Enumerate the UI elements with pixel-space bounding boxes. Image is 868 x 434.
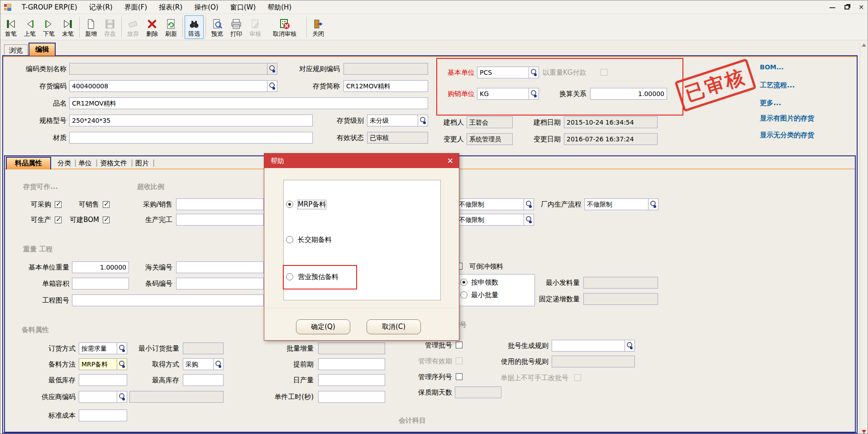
lot-rule-field[interactable] — [552, 340, 635, 352]
lookup-icon[interactable] — [267, 63, 277, 74]
acquire-mode-field[interactable]: 采购 — [183, 358, 224, 370]
min-stock-field[interactable] — [79, 374, 127, 386]
lookup-icon[interactable] — [117, 359, 127, 370]
limit-field-1[interactable]: 不做限制 — [456, 198, 534, 210]
lookup-icon[interactable] — [529, 67, 539, 78]
manage-lot-checkbox[interactable] — [456, 342, 463, 348]
tab-item-attributes[interactable]: 料品属性 — [6, 157, 51, 169]
mrp-prep-option-label[interactable]: MRP备料 — [298, 200, 326, 209]
bomable-checkbox[interactable] — [103, 217, 110, 223]
lookup-icon[interactable] — [213, 359, 223, 370]
long-lead-prep-option-label[interactable]: 长交期备料 — [298, 236, 332, 244]
cancel-audit-button[interactable]: 取消审核 — [265, 15, 305, 39]
mrp-prep-radio[interactable] — [286, 201, 293, 208]
lookup-icon[interactable] — [524, 214, 534, 225]
scroll-down-icon[interactable] — [862, 430, 866, 434]
menu-app[interactable]: T-GROUP ERP(E) — [16, 0, 83, 14]
inventory-level-field[interactable]: 未分级 — [367, 115, 428, 126]
more-link[interactable]: 更多... — [760, 99, 781, 107]
preview-button[interactable]: 预览 — [208, 15, 227, 39]
prev-record-button[interactable]: 上笔 — [20, 15, 39, 39]
lookup-icon[interactable] — [625, 340, 634, 351]
tab-qualification[interactable]: 资格文件 — [100, 159, 127, 168]
pay-by-kg-checkbox[interactable] — [601, 69, 607, 76]
show-with-images-link[interactable]: 显示有图片的存货 — [760, 114, 814, 123]
first-record-button[interactable]: 首笔 — [1, 15, 20, 39]
ok-button[interactable]: 确定(Q) — [296, 319, 350, 334]
material-field[interactable] — [69, 132, 313, 144]
prep-method-field[interactable]: MRP备料 — [79, 358, 127, 370]
help-dialog-titlebar[interactable]: 帮助 — [264, 154, 459, 168]
new-button[interactable]: 新增 — [81, 15, 100, 39]
tab-picture[interactable]: 图片 — [135, 159, 149, 168]
production-done-ratio-field[interactable] — [176, 214, 264, 226]
restore-button[interactable] — [844, 5, 849, 10]
tab-category[interactable]: 分类 — [57, 159, 71, 168]
customs-code-field[interactable] — [176, 261, 264, 273]
audit-button[interactable]: 审核 — [246, 15, 265, 39]
lookup-icon[interactable] — [267, 81, 277, 92]
base-unit-weight-field[interactable]: 1.00000 — [72, 261, 129, 273]
menu-report[interactable]: 报表(R) — [153, 0, 188, 14]
rule-code-field[interactable] — [343, 63, 428, 75]
lookup-icon[interactable] — [529, 88, 539, 99]
box-volume-field[interactable] — [72, 278, 129, 289]
lookup-icon[interactable] — [117, 343, 127, 354]
no-manual-lot-checkbox[interactable] — [574, 374, 581, 381]
by-request-radio[interactable] — [460, 279, 467, 286]
std-cost-field[interactable] — [79, 410, 127, 421]
sales-forecast-prep-option-label[interactable]: 营业预估备料 — [298, 273, 339, 281]
min-issue-field[interactable] — [583, 277, 658, 289]
sales-forecast-prep-radio[interactable] — [286, 273, 293, 280]
drawing-no-field[interactable] — [72, 294, 264, 306]
next-record-button[interactable]: 下笔 — [39, 15, 58, 39]
producible-checkbox[interactable] — [55, 217, 62, 223]
tab-edit[interactable]: 编辑 — [29, 43, 56, 56]
lookup-icon[interactable] — [648, 199, 658, 210]
batch-increment-field[interactable] — [318, 342, 385, 354]
filter-button[interactable]: 筛选 — [185, 15, 204, 39]
close-button[interactable]: 关闭 — [309, 15, 328, 39]
refresh-button[interactable]: 刷新 — [162, 15, 181, 39]
factory-flow-field[interactable]: 不做限制 — [584, 198, 658, 210]
last-record-button[interactable]: 末笔 — [58, 15, 77, 39]
spec-field[interactable]: 250*240*35 — [69, 115, 313, 126]
vertical-scrollbar[interactable] — [860, 43, 868, 434]
tab-browse[interactable]: 浏览 — [4, 44, 28, 56]
print-button[interactable]: 打印 — [227, 15, 246, 39]
manage-serial-checkbox[interactable] — [456, 373, 463, 380]
coding-category-field[interactable] — [69, 63, 277, 75]
menu-interface[interactable]: 界面(F) — [119, 0, 153, 14]
show-unclassified-link[interactable]: 显示无分类的存货 — [760, 131, 814, 140]
daily-output-field[interactable] — [318, 374, 385, 386]
product-name-field[interactable]: CR12MOV精料 — [69, 97, 428, 109]
delete-button[interactable]: 删除 — [143, 15, 162, 39]
long-lead-prep-radio[interactable] — [286, 236, 293, 243]
bom-link[interactable]: BOM... — [760, 63, 783, 71]
min-order-field[interactable] — [183, 342, 224, 354]
lookup-icon[interactable] — [418, 115, 428, 126]
minimize-button[interactable]: — — [829, 4, 835, 10]
lookup-icon[interactable] — [524, 199, 534, 210]
unit-time-field[interactable] — [318, 391, 385, 403]
shelf-life-field[interactable] — [455, 386, 501, 398]
discard-button[interactable]: 放弃 — [124, 15, 143, 39]
scroll-up-icon[interactable] — [862, 43, 866, 47]
conversion-field[interactable]: 1.00000 — [590, 88, 667, 100]
sellable-checkbox[interactable] — [103, 201, 110, 208]
inventory-code-field[interactable]: 400400008 — [69, 80, 277, 92]
lookup-icon[interactable] — [117, 391, 127, 402]
cancel-button[interactable]: 取消(C) — [367, 319, 421, 334]
max-stock-field[interactable] — [183, 374, 224, 386]
base-unit-field[interactable]: PCS — [477, 67, 539, 78]
fixed-increment-field[interactable] — [583, 293, 658, 305]
limit-field-2[interactable]: 不做限制 — [456, 214, 534, 226]
supplier-code-field[interactable] — [79, 391, 127, 403]
menu-record[interactable]: 记录(R) — [83, 0, 119, 14]
order-mode-field[interactable]: 按需求量 — [79, 342, 127, 354]
barcode-field[interactable] — [176, 278, 264, 289]
menu-operation[interactable]: 操作(O) — [188, 0, 224, 14]
menu-window[interactable]: 窗口(W) — [224, 0, 262, 14]
inventory-abbr-field[interactable]: CR12MOV精料 — [343, 80, 428, 92]
save-button[interactable]: 存盘 — [100, 15, 119, 39]
